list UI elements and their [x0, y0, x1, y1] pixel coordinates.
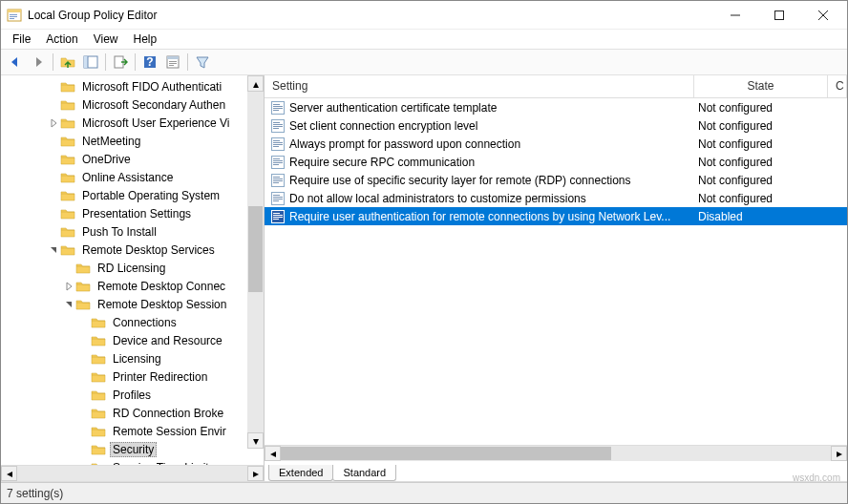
minimize-button[interactable] [713, 1, 757, 30]
scroll-down-icon[interactable]: ▾ [247, 432, 264, 449]
tree-item[interactable]: Microsoft Secondary Authen [1, 95, 264, 114]
tree-item[interactable]: RD Connection Broke [1, 404, 264, 422]
svg-rect-37 [273, 160, 283, 161]
toolbar-separator [187, 53, 188, 71]
column-comment[interactable]: C [828, 75, 847, 97]
tree-item[interactable]: Remote Session Envir [1, 422, 264, 440]
tree-horizontal-scrollbar[interactable]: ◂ ▸ [1, 465, 264, 481]
up-button[interactable] [57, 52, 78, 73]
tree-item-label: Remote Desktop Connec [95, 279, 228, 294]
svg-rect-42 [273, 178, 283, 179]
tree-item[interactable]: Presentation Settings [1, 204, 264, 222]
title-bar: Local Group Policy Editor [1, 1, 847, 30]
tree-item[interactable]: Microsoft FIDO Authenticati [1, 77, 264, 95]
expand-closed-icon[interactable] [47, 116, 60, 130]
tree-item[interactable]: Device and Resource [1, 331, 264, 349]
list-row[interactable]: Set client connection encryption levelNo… [265, 116, 847, 135]
tree-item[interactable]: Remote Desktop Connec [1, 277, 264, 295]
list-row[interactable]: Require secure RPC communicationNot conf… [265, 153, 847, 171]
tree-item[interactable]: Printer Redirection [1, 368, 264, 386]
maximize-button[interactable] [757, 1, 801, 30]
menu-view[interactable]: View [86, 31, 126, 48]
column-setting[interactable]: Setting [265, 75, 694, 97]
expand-closed-icon[interactable] [62, 280, 75, 293]
scroll-right-icon[interactable]: ▸ [247, 466, 264, 481]
tree-item[interactable]: Portable Operating System [1, 186, 264, 204]
export-button[interactable] [110, 52, 131, 73]
list-row[interactable]: Require user authentication for remote c… [265, 207, 847, 225]
tab-standard[interactable]: Standard [332, 465, 396, 481]
scroll-right-icon[interactable]: ▸ [831, 446, 847, 461]
close-button[interactable] [801, 1, 845, 30]
tree-item[interactable]: OneDrive [1, 150, 264, 168]
tree-item-label: Microsoft FIDO Authenticati [79, 79, 224, 94]
svg-rect-43 [273, 180, 283, 181]
column-state[interactable]: State [694, 75, 828, 97]
tree-item[interactable]: NetMeeting [1, 132, 264, 150]
list-row[interactable]: Do not allow local administrators to cus… [265, 189, 847, 207]
showhide-button[interactable] [80, 52, 101, 73]
setting-state: Not configured [694, 174, 828, 187]
svg-rect-21 [273, 104, 280, 105]
tree-item-label: Licensing [110, 351, 164, 367]
list-row[interactable]: Server authentication certificate templa… [265, 98, 847, 116]
svg-rect-32 [273, 142, 283, 143]
tree-item-label: RD Connection Broke [110, 406, 226, 421]
status-bar: 7 setting(s) [1, 482, 847, 503]
tree-item[interactable]: Online Assistance [1, 168, 264, 186]
svg-rect-49 [273, 200, 279, 201]
scroll-thumb[interactable] [248, 206, 263, 292]
settings-list[interactable]: Server authentication certificate templa… [265, 98, 847, 445]
menu-file[interactable]: File [5, 31, 38, 48]
scroll-thumb[interactable] [281, 447, 611, 460]
svg-rect-38 [273, 162, 283, 163]
tree-item[interactable]: Connections [1, 313, 264, 331]
list-row[interactable]: Require use of specific security layer f… [265, 171, 847, 189]
setting-name: Require user authentication for remote c… [289, 210, 694, 223]
svg-rect-19 [169, 65, 174, 66]
setting-state: Not configured [694, 137, 828, 151]
properties-button[interactable] [162, 52, 183, 73]
tree-vertical-scrollbar[interactable]: ▴ ▾ [247, 75, 264, 449]
tree-item[interactable]: Security [1, 440, 264, 458]
tree-item[interactable]: RD Licensing [1, 259, 264, 277]
setting-state: Not configured [694, 119, 828, 133]
expand-open-icon[interactable] [47, 243, 60, 257]
expand-open-icon[interactable] [62, 298, 75, 311]
scroll-up-icon[interactable]: ▴ [247, 75, 264, 92]
tree-item[interactable]: Licensing [1, 349, 264, 368]
tree-item[interactable]: Push To Install [1, 222, 264, 241]
expand-spacer [62, 262, 75, 275]
tree-item-label: RD Licensing [95, 261, 168, 276]
tree[interactable]: Microsoft FIDO AuthenticatiMicrosoft Sec… [1, 75, 264, 465]
svg-rect-44 [273, 182, 279, 183]
list-row[interactable]: Always prompt for password upon connecti… [265, 135, 847, 153]
svg-rect-41 [273, 177, 280, 178]
tree-item[interactable]: Profiles [1, 386, 264, 404]
help-button[interactable]: ? [139, 52, 160, 73]
scroll-left-icon[interactable]: ◂ [265, 446, 281, 461]
forward-button[interactable] [28, 52, 49, 73]
tree-item-label: NetMeeting [79, 134, 143, 149]
tree-item[interactable]: Remote Desktop Services [1, 241, 264, 259]
window-title: Local Group Policy Editor [28, 9, 713, 22]
tree-item[interactable]: Session Time Limits [1, 458, 264, 465]
list-horizontal-scrollbar[interactable]: ◂ ▸ [265, 445, 847, 461]
svg-rect-36 [273, 158, 280, 159]
list-header: Setting State C [265, 75, 847, 98]
svg-rect-52 [273, 215, 283, 216]
svg-rect-3 [10, 16, 17, 17]
menu-action[interactable]: Action [38, 31, 85, 48]
back-button[interactable] [5, 52, 26, 73]
tree-item-label: Remote Desktop Services [79, 242, 218, 258]
tab-extended[interactable]: Extended [268, 465, 333, 481]
tree-item[interactable]: Microsoft User Experience Vi [1, 114, 264, 132]
scroll-left-icon[interactable]: ◂ [1, 466, 17, 481]
menu-help[interactable]: Help [126, 31, 165, 48]
svg-rect-10 [84, 56, 88, 68]
tree-item-label: Microsoft User Experience Vi [79, 116, 233, 131]
tree-item[interactable]: Remote Desktop Session [1, 295, 264, 313]
toolbar-separator [53, 53, 53, 71]
filter-button[interactable] [192, 52, 213, 73]
svg-rect-48 [273, 199, 283, 200]
